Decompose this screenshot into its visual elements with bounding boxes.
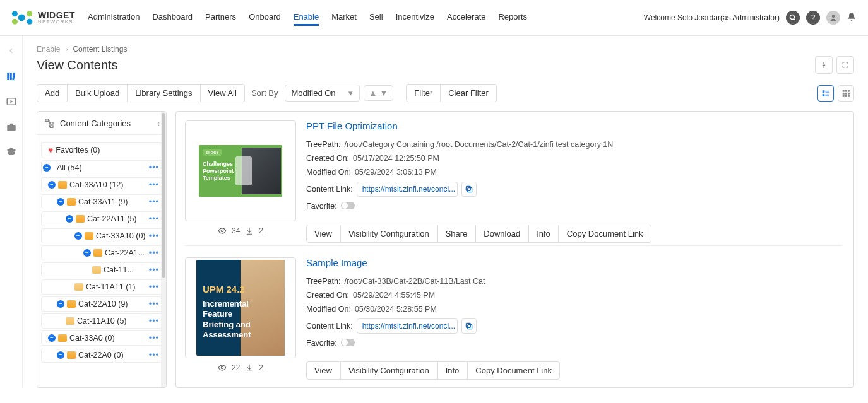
help-icon[interactable]: ? — [806, 11, 820, 25]
nav-incentivize[interactable]: Incentivize — [396, 9, 434, 26]
tree-row[interactable]: −Cat-22A1...••• — [41, 245, 162, 260]
more-icon[interactable]: ••• — [149, 214, 160, 223]
minus-icon[interactable]: − — [48, 334, 56, 342]
folder-icon — [74, 283, 83, 291]
collapse-tree-icon[interactable]: ‹ — [157, 119, 160, 128]
more-icon[interactable]: ••• — [149, 231, 160, 240]
action-view[interactable]: View — [306, 225, 340, 243]
view-all-button[interactable]: View All — [201, 84, 245, 102]
svg-rect-26 — [848, 92, 850, 94]
minus-icon[interactable]: − — [83, 249, 91, 257]
bulk-upload-button[interactable]: Bulk Upload — [68, 84, 128, 102]
rail-education-icon[interactable] — [6, 146, 17, 158]
content-title[interactable]: Sample Image — [306, 257, 842, 268]
tree-row[interactable]: −Cat-22A10 (9)••• — [41, 296, 162, 312]
treepath-label: TreePath: — [306, 277, 340, 286]
clear-filter-button[interactable]: Clear Filter — [441, 84, 497, 102]
minus-icon[interactable]: − — [48, 181, 56, 189]
thumbnail[interactable]: UPM 24.2Incremental Feature Briefing and… — [185, 257, 296, 358]
action-info[interactable]: Info — [528, 225, 559, 243]
tree-row[interactable]: Cat-11A10 (5)••• — [41, 313, 162, 329]
more-icon[interactable]: ••• — [149, 248, 160, 257]
action-copy-document-link[interactable]: Copy Document Link — [467, 361, 560, 380]
breadcrumb-root[interactable]: Enable — [37, 45, 60, 54]
tree-row[interactable]: −Cat-22A11 (5)••• — [41, 211, 162, 226]
tree-row[interactable]: Cat-11A11 (1)••• — [41, 279, 162, 295]
rail-play-icon[interactable] — [6, 96, 17, 107]
action-view[interactable]: View — [306, 361, 340, 380]
copy-link-icon[interactable] — [461, 182, 477, 197]
more-icon[interactable]: ••• — [149, 266, 160, 274]
tree-row[interactable]: −Cat-33A0 (0)••• — [41, 330, 162, 346]
content-link[interactable]: https://mtsit.zinfi.net/conci... — [357, 318, 458, 334]
more-icon[interactable]: ••• — [149, 351, 160, 359]
action-info[interactable]: Info — [437, 361, 468, 380]
more-icon[interactable]: ••• — [149, 180, 160, 189]
action-download[interactable]: Download — [475, 225, 528, 243]
svg-rect-8 — [7, 73, 9, 80]
copy-link-icon[interactable] — [461, 318, 477, 334]
grid-view-icon[interactable] — [838, 85, 854, 102]
sort-select[interactable]: Modified On ▾ — [285, 85, 360, 102]
tree-row[interactable]: Cat-11...••• — [41, 262, 162, 277]
content-title[interactable]: PPT File Optimization — [306, 120, 842, 131]
nav-reports[interactable]: Reports — [498, 9, 527, 26]
bell-icon[interactable] — [847, 12, 857, 24]
tree-scrollbar[interactable] — [161, 112, 166, 387]
created-label: Created On: — [306, 154, 349, 163]
more-icon[interactable]: ••• — [149, 283, 160, 291]
svg-rect-29 — [848, 95, 850, 96]
add-button[interactable]: Add — [37, 84, 68, 102]
more-icon[interactable]: ••• — [149, 334, 160, 342]
favorite-toggle[interactable] — [341, 339, 355, 346]
sort-direction[interactable]: ▲ ▼ — [364, 85, 394, 101]
svg-rect-27 — [843, 95, 845, 96]
nav-sell[interactable]: Sell — [369, 9, 383, 26]
minus-icon[interactable]: − — [43, 164, 51, 172]
nav-onboard[interactable]: Onboard — [249, 9, 281, 26]
tree-row[interactable]: −Cat-22A0 (0)••• — [41, 348, 162, 363]
thumbnail[interactable]: slidesChallenges Powerpoint Templates — [185, 120, 296, 221]
tree-row[interactable]: −Cat-33A10 (12)••• — [41, 177, 162, 192]
nav-enable[interactable]: Enable — [294, 9, 319, 26]
nav-administration[interactable]: Administration — [88, 9, 140, 26]
more-icon[interactable]: ••• — [149, 163, 160, 172]
tree-row[interactable]: −Cat-33A10 (0)••• — [41, 228, 162, 243]
more-icon[interactable]: ••• — [149, 317, 160, 325]
tree-favorites[interactable]: ♥ Favorites (0) — [41, 142, 162, 158]
avatar-icon[interactable] — [826, 11, 840, 25]
action-visibility-configuration[interactable]: Visibility Configuration — [340, 225, 437, 243]
action-share[interactable]: Share — [437, 225, 476, 243]
svg-rect-28 — [845, 95, 847, 96]
tree-row[interactable]: −Cat-33A11 (9)••• — [41, 194, 162, 209]
minus-icon[interactable]: − — [74, 232, 82, 240]
minus-icon[interactable]: − — [57, 351, 64, 359]
rail-briefcase-icon[interactable] — [6, 121, 17, 132]
more-icon[interactable]: ••• — [149, 300, 160, 308]
library-settings-button[interactable]: Library Settings — [128, 84, 200, 102]
action-visibility-configuration[interactable]: Visibility Configuration — [340, 361, 437, 380]
pin-icon[interactable] — [815, 56, 833, 74]
fullscreen-icon[interactable] — [836, 56, 854, 74]
minus-icon[interactable]: − — [57, 198, 64, 206]
content-link[interactable]: https://mtsit.zinfi.net/conci... — [357, 182, 458, 197]
filter-button[interactable]: Filter — [406, 84, 441, 102]
search-icon[interactable] — [786, 11, 800, 25]
rail-back-icon[interactable]: ‹ — [9, 44, 13, 57]
nav-accelerate[interactable]: Accelerate — [447, 9, 485, 26]
more-icon[interactable]: ••• — [149, 197, 160, 206]
nav-partners[interactable]: Partners — [205, 9, 236, 26]
minus-icon[interactable]: − — [66, 215, 73, 223]
list-view-icon[interactable] — [817, 85, 834, 102]
nav-market[interactable]: Market — [331, 9, 357, 26]
toolbar: Add Bulk Upload Library Settings View Al… — [37, 84, 854, 102]
tree-all[interactable]: − All (54) ••• — [41, 160, 162, 175]
minus-icon[interactable]: − — [57, 300, 64, 308]
nav-dashboard[interactable]: Dashboard — [152, 9, 193, 26]
rail-library-icon[interactable] — [6, 71, 17, 82]
content-card: UPM 24.2Incremental Feature Briefing and… — [185, 257, 842, 382]
svg-rect-9 — [9, 73, 11, 80]
brand-logo[interactable]: WIDGET NETWORKS — [11, 9, 75, 26]
action-copy-document-link[interactable]: Copy Document Link — [559, 225, 651, 243]
favorite-toggle[interactable] — [341, 202, 355, 209]
